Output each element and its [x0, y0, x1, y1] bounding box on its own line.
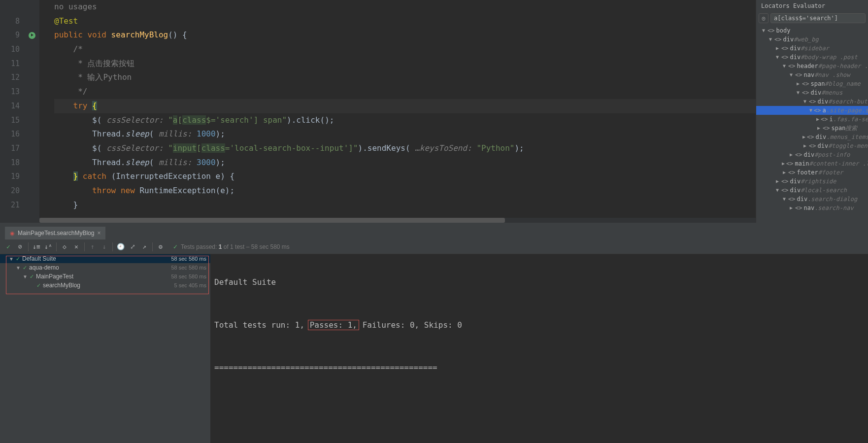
- editor-pane[interactable]: 89101112131415161718192021 no usages @Te…: [0, 0, 756, 223]
- kw-catch: catch: [83, 171, 106, 181]
- str: ": [168, 115, 173, 125]
- tag-selector: #menus: [821, 88, 842, 97]
- chevron-icon: ▶: [789, 204, 794, 212]
- test-time: 58 sec 580 ms: [171, 265, 206, 271]
- code: );: [216, 158, 225, 167]
- check-icon: ✓: [30, 273, 34, 280]
- import-icon[interactable]: ⤢: [127, 241, 138, 252]
- sort-icon[interactable]: ↓≡: [31, 241, 42, 252]
- test-tree-row[interactable]: ▼✓aqua-demo58 sec 580 ms: [0, 263, 210, 272]
- chevron-icon: ▶: [796, 79, 801, 88]
- code: sleep: [126, 129, 149, 138]
- tree-row[interactable]: ▶<>span #blog_name: [756, 79, 868, 88]
- run-test-icon[interactable]: [29, 32, 35, 39]
- tree-row[interactable]: ▼<>nav #nav .show: [756, 70, 868, 79]
- tag-name: div: [815, 133, 826, 141]
- tag-icon: <>: [781, 177, 788, 186]
- close-icon[interactable]: ×: [97, 230, 100, 237]
- console-line: ========================================…: [214, 361, 864, 375]
- prev-icon[interactable]: ↑: [87, 241, 98, 252]
- expand-icon[interactable]: ◇: [59, 241, 70, 252]
- tree-row[interactable]: ▼<>body: [756, 26, 868, 35]
- export-icon[interactable]: ↗: [139, 241, 150, 252]
- code-area[interactable]: no usages @Test public void searchMyBlog…: [39, 0, 756, 223]
- chevron-icon: ▼: [775, 53, 780, 62]
- tree-row[interactable]: ▶<>div #post-info: [756, 150, 868, 159]
- tree-row[interactable]: ▼<>div .search-dialog: [756, 195, 868, 204]
- test-tree-row[interactable]: ✓searchMyBlog5 sec 405 ms: [0, 281, 210, 290]
- str: $='search'] span: [206, 115, 282, 125]
- tree-row[interactable]: ▶<>footer #footer: [756, 168, 868, 177]
- tree-row[interactable]: ▶<>span 搜索: [756, 124, 868, 133]
- run-tab[interactable]: ◉ MainPageTest.searchMyBlog ×: [5, 227, 105, 239]
- code: ).sendKeys(: [358, 143, 410, 153]
- horizontal-scrollbar[interactable]: [39, 218, 756, 223]
- chevron-icon: ▶: [775, 177, 780, 186]
- tag-selector: .menus_items: [826, 133, 868, 141]
- test-tree-row[interactable]: ▼✓Default Suite58 sec 580 ms: [0, 254, 210, 263]
- sort-alpha-icon[interactable]: ↓ᴬ: [43, 241, 54, 252]
- tag-icon: <>: [802, 88, 809, 97]
- annotation: @Test: [54, 16, 78, 26]
- line-number: 10: [0, 42, 20, 57]
- history-icon[interactable]: 🕘: [115, 241, 126, 252]
- tree-row[interactable]: ▼<>a .site-page.so: [756, 106, 868, 115]
- str: ": [353, 143, 358, 153]
- tag-name: i: [829, 115, 833, 124]
- tag-name: nav: [803, 70, 814, 79]
- tag-selector: .fas.fa-se: [833, 115, 868, 124]
- tree-row[interactable]: ▼<>div #web_bg: [756, 35, 868, 44]
- tree-row[interactable]: ▼<>header #page-header .: [756, 62, 868, 70]
- str: ='local-search-box--input']: [225, 143, 353, 153]
- locators-tree[interactable]: ▼<>body ▼<>div #web_bg▶<>div #sidebar▼<>…: [756, 25, 868, 223]
- tree-row[interactable]: ▶<>div #toggle-men: [756, 141, 868, 150]
- tag-icon: <>: [768, 26, 774, 35]
- tag-name: div: [797, 195, 807, 204]
- line-gutter: 89101112131415161718192021: [0, 0, 25, 223]
- comment: /*: [73, 44, 83, 54]
- str: [: [197, 143, 201, 153]
- tag-icon: <>: [788, 195, 795, 204]
- test-time: 58 sec 580 ms: [171, 273, 206, 279]
- tree-row[interactable]: ▶<>div #sidebar: [756, 44, 868, 53]
- show-ignored-icon[interactable]: ⊘: [15, 241, 26, 252]
- show-passed-icon[interactable]: ✓: [3, 241, 14, 252]
- tree-row[interactable]: ▼<>div #body-wrap .post: [756, 53, 868, 62]
- line-number: 19: [0, 170, 20, 184]
- chevron-icon: ▼: [775, 186, 780, 195]
- tag-selector: #toggle-men: [828, 141, 867, 150]
- chevron-icon: ▼: [782, 62, 787, 70]
- collapse-icon[interactable]: ✕: [71, 241, 82, 252]
- tree-row[interactable]: ▶<>div .menus_items: [756, 133, 868, 141]
- str: class: [182, 115, 206, 125]
- tree-row[interactable]: ▼<>div #search-but: [756, 97, 868, 106]
- run-tab-label: MainPageTest.searchMyBlog: [18, 230, 94, 237]
- chevron-icon: ▶: [816, 115, 819, 124]
- tree-row[interactable]: ▼<>div #menus: [756, 88, 868, 97]
- tree-row[interactable]: ▶<>main #content-inner .lay: [756, 159, 868, 168]
- tag-selector: 搜索: [845, 124, 857, 133]
- tree-row[interactable]: ▶<>div #rightside: [756, 177, 868, 186]
- line-number: 13: [0, 85, 20, 99]
- locator-search-input[interactable]: [770, 13, 866, 23]
- test-tree[interactable]: ▼✓Default Suite58 sec 580 ms▼✓aqua-demo5…: [0, 254, 210, 443]
- kw-try: try: [73, 101, 88, 110]
- settings-icon[interactable]: ⚙: [155, 241, 166, 252]
- next-icon[interactable]: ↓: [99, 241, 110, 252]
- kw-void: void: [87, 30, 106, 39]
- chevron-down-icon: ▼: [23, 274, 28, 279]
- tag-selector: .site-page.so: [826, 106, 868, 115]
- str: ": [168, 143, 173, 153]
- locators-panel: Locators Evaluator ◎ ▼<>body ▼<>div #web…: [756, 0, 868, 223]
- tree-row[interactable]: ▼<>div #local-search: [756, 186, 868, 195]
- tree-row[interactable]: ▶<>i .fas.fa-se: [756, 115, 868, 124]
- locator-target-icon[interactable]: ◎: [759, 13, 768, 23]
- comment: */: [73, 87, 88, 96]
- code: ).click();: [287, 115, 334, 125]
- tag-icon: <>: [781, 186, 788, 195]
- test-label: searchMyBlog: [43, 282, 80, 289]
- test-tree-row[interactable]: ▼✓MainPageTest58 sec 580 ms: [0, 272, 210, 281]
- tree-row[interactable]: ▶<>nav .search-nav: [756, 204, 868, 212]
- code: Thread: [92, 129, 121, 138]
- console-output[interactable]: Default Suite Total tests run: 1, Passes…: [210, 254, 868, 443]
